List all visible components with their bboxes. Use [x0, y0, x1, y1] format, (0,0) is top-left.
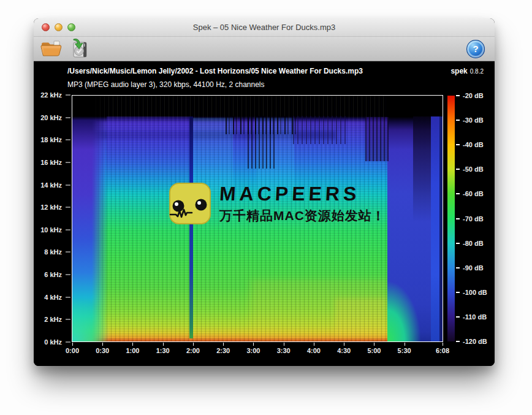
x-axis-label: 3:00 [246, 347, 260, 354]
spectrogram-final-band [431, 116, 439, 341]
x-axis-label: 1:30 [156, 347, 170, 354]
legend-tick [456, 292, 460, 293]
toolbar: ? [34, 37, 495, 61]
save-spectrogram-button[interactable] [68, 38, 90, 60]
y-axis-tick [66, 275, 70, 275]
x-axis-label: 5:00 [367, 347, 381, 354]
y-axis-tick [66, 117, 70, 118]
x-axis-label: 3:30 [277, 347, 291, 354]
legend-label: -30 dB [463, 116, 484, 124]
x-axis-label: 2:00 [186, 347, 200, 354]
spectrogram-quiet-line [189, 116, 193, 338]
x-axis-tick [443, 343, 443, 346]
legend-tick [456, 193, 460, 194]
spectrogram-plot: MACPEERS 万千精品MAC资源始发站！ [72, 96, 443, 341]
x-axis-tick [374, 343, 374, 346]
legend-tick [456, 144, 460, 145]
y-axis-label: 14 kHz [40, 181, 62, 189]
y-axis-ticks [66, 95, 70, 342]
legend-bar [447, 96, 455, 341]
legend-label: -100 dB [463, 289, 487, 296]
y-axis-tick [66, 297, 70, 297]
y-axis-tick [66, 342, 70, 343]
x-axis: 0:000:301:001:302:002:303:003:304:004:30… [72, 343, 443, 357]
x-axis-label: 6:08 [436, 347, 449, 354]
window-title: Spek – 05 Nice Weather For Ducks.mp3 [193, 23, 335, 32]
legend-label: -70 dB [463, 215, 484, 223]
x-axis-tick [253, 343, 254, 346]
x-axis-tick [284, 343, 284, 346]
x-axis-label: 4:30 [337, 347, 351, 354]
format-info: MP3 (MPEG audio layer 3), 320 kbps, 4410… [67, 80, 265, 89]
y-axis-label: 6 kHz [44, 271, 62, 278]
spectrogram-intro-glow [72, 280, 129, 341]
legend-label: -120 dB [463, 338, 487, 345]
y-axis-label: 22 kHz [40, 91, 62, 99]
x-axis-tick [132, 343, 133, 346]
open-folder-icon [40, 39, 62, 59]
legend-label: -60 dB [463, 190, 484, 197]
x-axis-tick [314, 343, 314, 346]
spectrogram-streaks [365, 117, 389, 161]
legend-tick [456, 95, 460, 96]
app-name: spek [450, 67, 467, 75]
x-axis-tick [344, 343, 344, 346]
zoom-button[interactable] [67, 23, 75, 31]
spectrogram-streaks [248, 116, 276, 169]
y-axis-tick [66, 229, 70, 230]
x-axis-label: 1:00 [126, 347, 139, 354]
y-axis-tick [66, 95, 70, 96]
close-button[interactable] [42, 23, 50, 31]
content-area: /Users/Nick/Music/Lemon Jelly/2002 - Los… [34, 61, 495, 366]
legend-labels: -20 dB-30 dB-40 dB-50 dB-60 dB-70 dB-80 … [463, 96, 495, 341]
x-axis-label: 0:30 [96, 347, 109, 354]
legend-label: -20 dB [463, 92, 484, 99]
y-axis-tick [66, 185, 70, 185]
legend-tick [456, 169, 460, 170]
watermark: MACPEERS 万千精品MAC资源始发站！ [169, 183, 386, 224]
title-bar[interactable]: Spek – 05 Nice Weather For Ducks.mp3 [34, 18, 495, 37]
y-axis-label: 4 kHz [44, 294, 62, 301]
y-axis-tick [66, 207, 70, 208]
minimize-button[interactable] [55, 23, 63, 31]
y-axis-label: 0 kHz [44, 338, 62, 346]
legend-tick [456, 267, 460, 268]
legend-tick [456, 218, 460, 219]
x-axis-tick [163, 343, 164, 346]
legend-label: -80 dB [463, 240, 484, 247]
y-axis-tick [66, 140, 70, 140]
y-axis-label: 20 kHz [40, 114, 62, 121]
x-axis-tick [72, 343, 73, 346]
x-axis-label: 2:30 [216, 347, 230, 354]
legend-tick [456, 316, 460, 318]
legend-label: -90 dB [463, 264, 484, 272]
y-axis-tick [66, 162, 70, 162]
y-axis-tick [66, 319, 70, 320]
watermark-brand: MACPEERS [219, 183, 386, 205]
spectrogram-streaks [293, 116, 346, 144]
legend-tick [456, 120, 460, 121]
macpeers-face-icon [169, 183, 211, 224]
app-version: spek0.8.2 [450, 67, 484, 75]
x-axis-tick [102, 343, 103, 346]
legend-label: -110 dB [463, 313, 487, 321]
x-axis-label: 0:00 [66, 347, 79, 354]
y-axis-label: 18 kHz [40, 136, 62, 143]
y-axis-label: 12 kHz [40, 204, 62, 211]
y-axis-tick [66, 252, 70, 253]
spectrogram-outro-wedge [387, 260, 433, 341]
spectrogram-final-edge [439, 116, 443, 341]
x-axis-tick [223, 343, 224, 346]
watermark-tagline: 万千精品MAC资源始发站！ [219, 207, 386, 224]
x-axis-tick [193, 343, 194, 346]
spectrogram-frame: MACPEERS 万千精品MAC资源始发站！ [72, 95, 443, 342]
y-axis-label: 10 kHz [40, 226, 62, 234]
help-button[interactable]: ? [466, 40, 485, 58]
open-file-button[interactable] [40, 39, 62, 59]
legend-ticks [456, 96, 460, 341]
legend-label: -40 dB [463, 141, 484, 148]
version-number: 0.8.2 [470, 68, 484, 75]
x-axis-label: 4:00 [307, 347, 321, 354]
y-axis-label: 16 kHz [40, 159, 62, 166]
help-question-icon: ? [473, 44, 478, 54]
